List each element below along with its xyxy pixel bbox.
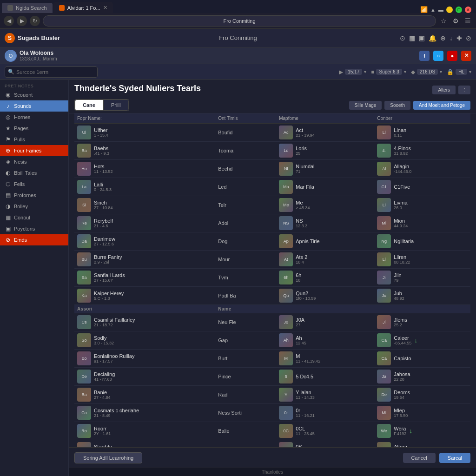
twitter-icon[interactable]: ○ [433, 51, 443, 61]
table-row: Bu Burre Faniry 2.9 - 26l Mour At Ats 2 … [74, 251, 470, 269]
sidebar-item-nesis[interactable]: ◈ Nesis [0, 156, 68, 167]
super-value: Super:6.3 [376, 69, 402, 75]
sidebar-label-scouont: Scouont [14, 92, 33, 98]
window-icon[interactable]: ▣ [419, 33, 425, 43]
sidebar-label-pulls: Pulls [14, 137, 25, 142]
sidebar-section-label: Pret Notes [0, 82, 68, 89]
tab-icon-ngida [7, 5, 13, 11]
sidebar-label-hornes: Hornes [14, 114, 30, 120]
table-wrap: Fopr Name: Ont Timls Mapfome Conber Ul U… [69, 113, 476, 447]
sidebar-label-sounds: Sounds [14, 103, 31, 109]
pulls-icon: ⚑ [5, 136, 11, 143]
block-icon[interactable]: ⊘ [466, 33, 471, 43]
stat-time: ▶ 15:17 ▾ [339, 69, 366, 75]
facebook-icon[interactable]: f [419, 51, 430, 61]
alters-btn[interactable]: Alters [432, 86, 456, 94]
sidebar: Pret Notes ◉ Scouont ♪ Sounds ◎ Hornes ★… [0, 80, 69, 476]
table-row: Ro Roorr 2Y - 1.61 Balie 0C 0CL 11 - 23.… [74, 422, 470, 440]
table-row: Re Rerybelf 21 - 4.6 Adol NS NS 12.3.3 M… [74, 214, 470, 232]
poyctons-icon: ▣ [5, 225, 11, 232]
sidebar-item-conoul[interactable]: ▦ Conoul [0, 212, 68, 223]
youtube-icon[interactable]: ● [447, 51, 457, 61]
search-header-icon[interactable]: ⊙ [400, 33, 405, 43]
sidebar-item-feils[interactable]: ⬡ Feils [0, 178, 68, 190]
refresh-btn[interactable]: ↻ [30, 16, 40, 26]
sidebar-item-scouont[interactable]: ◉ Scouont [0, 89, 68, 100]
sidebar-item-profornes[interactable]: ▤ Profornes [0, 190, 68, 201]
ds-arrow: ▾ [440, 69, 442, 74]
table-row: Eo Eonlaiinoo Ruillay 91 - 17.57 Burt M … [74, 350, 470, 368]
tab-priill[interactable]: Priill [103, 99, 129, 111]
tab-close[interactable]: ✕ [103, 5, 107, 11]
nesis-icon: ◈ [5, 159, 11, 165]
ds-value: 216:DS [417, 69, 438, 75]
sooeth-btn[interactable]: Sooeth [384, 101, 410, 110]
table-row: La Lalli 0 - 24.5.3 Led Ma Mar Fila C1 [74, 178, 470, 196]
stat-ds: ◆ 216:DS ▾ [411, 69, 442, 75]
slile-mage-btn[interactable]: Slile Mage [349, 101, 382, 110]
sidebar-item-emds[interactable]: ⊘ Emds [0, 234, 68, 245]
bbill-icon: ◐ [5, 170, 11, 176]
sidebar-item-pulls[interactable]: ⚑ Pulls [0, 134, 68, 145]
tab-cane[interactable]: Cane [75, 99, 103, 111]
cancel-btn[interactable]: Cancel [403, 453, 436, 463]
pages-icon: ★ [5, 125, 11, 132]
sidebar-item-poyctons[interactable]: ▣ Poyctons [0, 223, 68, 234]
settings-icon[interactable]: ⚙ [451, 16, 460, 26]
toolbar: 🔍 ▶ 15:17 ▾ ■ Super:6.3 ▾ ◆ 216:DS ▾ 🔒 H… [0, 64, 476, 80]
add-icon[interactable]: ✚ [456, 33, 462, 43]
sidebar-item-bbill[interactable]: ◐ Bbill Tales [0, 167, 68, 178]
user-sub: 1318.cXJ...Momm [20, 56, 57, 61]
sidebar-label-feils: Feils [14, 181, 25, 187]
col-header-ont: Ont Timls [215, 113, 276, 124]
bookmark-icon[interactable]: ☆ [439, 16, 448, 26]
sidebar-item-fourfames[interactable]: ⊕ Four Fames [0, 145, 68, 156]
col-header-map: Mapfome [276, 113, 374, 124]
super-arrow: ▾ [404, 69, 406, 74]
tab-ngida[interactable]: Ngida Search [2, 3, 53, 13]
and-moelt-btn[interactable]: And Moelt and Petoge [413, 101, 470, 110]
sidebar-item-hornes[interactable]: ◎ Hornes [0, 112, 68, 123]
table-row: Ba Banie 27 - 4.84 Rad Y Y lalan 11 - 14… [74, 386, 470, 404]
col-header-con: Conber [374, 113, 470, 124]
signal-icon: ▲ [430, 7, 436, 13]
win-min[interactable]: – [446, 7, 453, 13]
win-max[interactable]: □ [456, 7, 462, 13]
stat-super: ■ Super:6.3 ▾ [371, 69, 406, 75]
soring-btn[interactable]: Soring Adll Learrohing [74, 452, 142, 463]
sidebar-label-emds: Emds [14, 237, 27, 243]
col-header-name: Fopr Name: [74, 113, 215, 124]
confirm-btn[interactable]: Sarcal [439, 453, 470, 463]
ds-icon: ◆ [411, 69, 415, 75]
app-nav-center: Fro Conmiting [74, 34, 402, 41]
players-table: Fopr Name: Ont Timls Mapfome Conber Ul U… [74, 113, 470, 447]
user-info: Ola Woloons 1318.cXJ...Momm [20, 50, 57, 61]
plus-icon[interactable]: ⊕ [440, 33, 446, 43]
forward-btn[interactable]: ▶ [17, 16, 27, 26]
scouont-icon: ◉ [5, 92, 11, 98]
back-btn[interactable]: ◀ [4, 16, 14, 26]
profornes-icon: ▤ [5, 192, 11, 198]
sidebar-item-sounds[interactable]: ♪ Sounds [0, 100, 68, 112]
bell-icon[interactable]: 🔔 [429, 33, 436, 43]
download-row-icon[interactable]: ↓ [409, 427, 412, 435]
sidebar-item-pages[interactable]: ★ Pages [0, 123, 68, 134]
footer-hint: Thanloites [69, 468, 476, 476]
sidebar-item-bolley[interactable]: ◑ Bolley [0, 201, 68, 212]
download-row-icon[interactable]: ↓ [414, 337, 417, 344]
download-header-icon[interactable]: ↓ [450, 33, 453, 43]
bolley-icon: ◑ [5, 203, 11, 210]
more-options-btn[interactable]: ⋮ [458, 86, 470, 94]
wifi-icon: 📶 [420, 6, 428, 13]
tab-alvidar[interactable]: Alvidar: 1 Fo... ✕ [53, 2, 113, 13]
search-input[interactable] [16, 69, 86, 75]
table-row: Co Cosmats c cherlahe 21 - 8.49 Ness Sor… [74, 404, 470, 422]
win-close[interactable]: ✕ [465, 7, 471, 13]
time-arrow: ▾ [364, 69, 366, 74]
user-close-icon[interactable]: ✕ [461, 51, 471, 61]
url-bar[interactable]: Fro Conmiting [43, 15, 436, 26]
grid-icon[interactable]: ▦ [409, 33, 415, 43]
table-row: Ka Kaiper Herey 5.C - 1.3 Padl Ba Qu Qun… [74, 287, 470, 305]
browser-nav: ◀ ▶ ↻ Fro Conmiting ☆ ⚙ ☰ [0, 13, 476, 29]
menu-icon[interactable]: ☰ [463, 16, 472, 26]
